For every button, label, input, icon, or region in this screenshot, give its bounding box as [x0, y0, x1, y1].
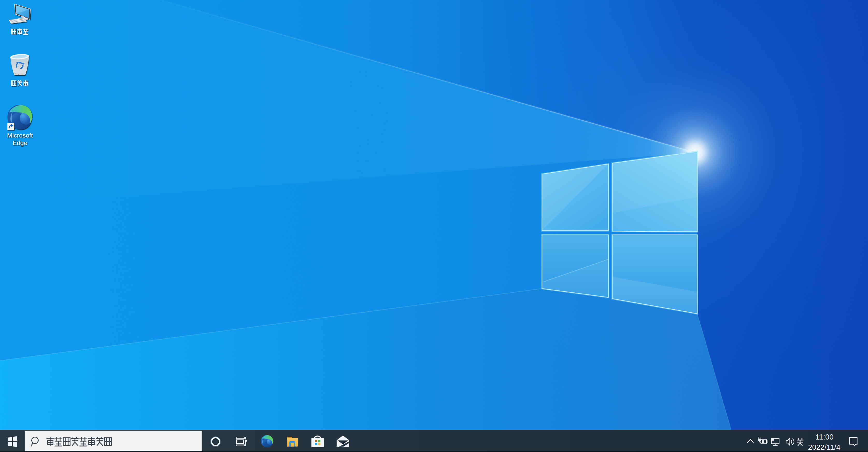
svg-text:Microsoft: Microsoft [7, 132, 33, 139]
svg-text:11:00: 11:00 [815, 433, 834, 441]
svg-text:Edge: Edge [12, 139, 27, 146]
svg-text:2022/11/4: 2022/11/4 [808, 443, 840, 451]
